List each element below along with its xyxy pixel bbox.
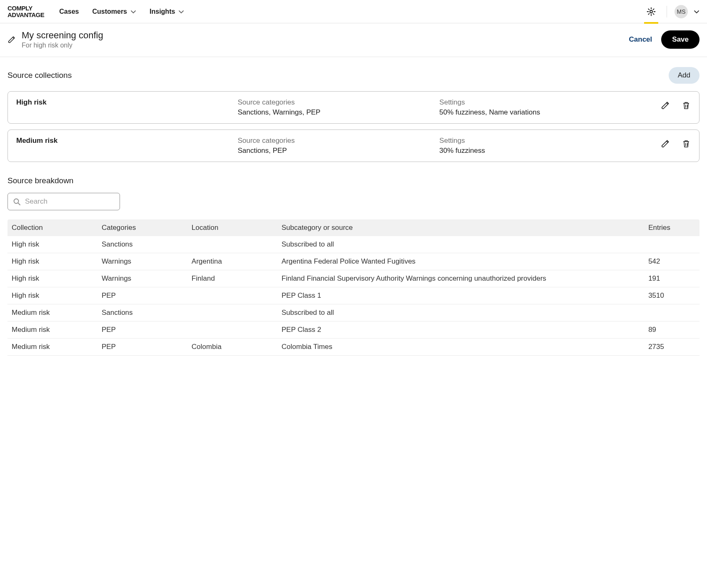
col-subcategory: Subcategory or source bbox=[277, 219, 644, 236]
col-location: Location bbox=[187, 219, 277, 236]
cell-categories: Sanctions bbox=[97, 236, 187, 253]
search-input[interactable] bbox=[25, 197, 115, 206]
cell-location bbox=[187, 321, 277, 339]
collections-header: Source collections Add bbox=[7, 67, 700, 84]
col-categories: Categories bbox=[97, 219, 187, 236]
collections-list: High risk Source categories Sanctions, W… bbox=[7, 91, 700, 162]
top-nav: COMPLY ADVANTAGE Cases Customers Insight… bbox=[0, 0, 707, 23]
nav-insights-label: Insights bbox=[150, 8, 175, 15]
edit-collection-button[interactable] bbox=[661, 139, 670, 148]
page-header: My screening config For high risk only C… bbox=[0, 23, 707, 57]
page-subtitle: For high risk only bbox=[22, 42, 629, 49]
delete-collection-button[interactable] bbox=[682, 139, 691, 148]
cell-entries: 191 bbox=[644, 270, 700, 287]
cell-location bbox=[187, 287, 277, 304]
table-body: High riskSanctionsSubscribed to allHigh … bbox=[7, 236, 700, 356]
nav-items: Cases Customers Insights bbox=[59, 8, 643, 15]
categories-value: Sanctions, Warnings, PEP bbox=[237, 108, 434, 117]
cell-collection: High risk bbox=[7, 270, 97, 287]
collection-card: High risk Source categories Sanctions, W… bbox=[7, 91, 700, 124]
cell-subcategory: Argentina Federal Police Wanted Fugitive… bbox=[277, 253, 644, 270]
cell-entries: 542 bbox=[644, 253, 700, 270]
categories-value: Sanctions, PEP bbox=[237, 147, 434, 155]
table-row: High riskSanctionsSubscribed to all bbox=[7, 236, 700, 253]
breakdown-table: Collection Categories Location Subcatego… bbox=[7, 219, 700, 356]
cell-location: Colombia bbox=[187, 339, 277, 356]
cell-collection: High risk bbox=[7, 287, 97, 304]
gear-icon bbox=[647, 7, 656, 16]
table-header-row: Collection Categories Location Subcatego… bbox=[7, 219, 700, 236]
cell-categories: Warnings bbox=[97, 253, 187, 270]
settings-value: 50% fuzziness, Name variations bbox=[440, 108, 656, 117]
col-collection: Collection bbox=[7, 219, 97, 236]
cell-collection: High risk bbox=[7, 253, 97, 270]
brand-logo: COMPLY ADVANTAGE bbox=[7, 5, 44, 18]
cell-entries: 3510 bbox=[644, 287, 700, 304]
cell-entries bbox=[644, 304, 700, 321]
cell-subcategory: PEP Class 2 bbox=[277, 321, 644, 339]
page-title-block: My screening config For high risk only bbox=[22, 30, 629, 49]
nav-customers[interactable]: Customers bbox=[92, 8, 136, 15]
cell-subcategory: PEP Class 1 bbox=[277, 287, 644, 304]
delete-collection-button[interactable] bbox=[682, 101, 691, 110]
avatar[interactable]: MS bbox=[675, 5, 688, 18]
cell-categories: PEP bbox=[97, 321, 187, 339]
nav-customers-label: Customers bbox=[92, 8, 127, 15]
page-title: My screening config bbox=[22, 30, 629, 41]
settings-value: 30% fuzziness bbox=[440, 147, 656, 155]
cell-location bbox=[187, 236, 277, 253]
cell-location: Finland bbox=[187, 270, 277, 287]
nav-cases[interactable]: Cases bbox=[59, 8, 79, 15]
cell-categories: Sanctions bbox=[97, 304, 187, 321]
categories-label: Source categories bbox=[237, 137, 434, 145]
nav-cases-label: Cases bbox=[59, 8, 79, 15]
avatar-initials: MS bbox=[677, 8, 686, 15]
chevron-down-icon bbox=[130, 9, 136, 14]
cell-entries: 89 bbox=[644, 321, 700, 339]
cell-categories: Warnings bbox=[97, 270, 187, 287]
user-menu-toggle[interactable] bbox=[694, 9, 700, 14]
nav-insights[interactable]: Insights bbox=[150, 8, 184, 15]
collections-title: Source collections bbox=[7, 71, 72, 80]
cell-subcategory: Finland Financial Supervisory Authority … bbox=[277, 270, 644, 287]
cell-subcategory: Colombia Times bbox=[277, 339, 644, 356]
nav-right: MS bbox=[643, 4, 700, 20]
settings-label: Settings bbox=[440, 98, 656, 107]
settings-button[interactable] bbox=[643, 4, 659, 20]
cell-entries: 2735 bbox=[644, 339, 700, 356]
breakdown-title: Source breakdown bbox=[7, 176, 700, 185]
collection-name: High risk bbox=[16, 98, 232, 107]
chevron-down-icon bbox=[178, 9, 184, 14]
collection-name: Medium risk bbox=[16, 137, 232, 145]
collection-card: Medium risk Source categories Sanctions,… bbox=[7, 130, 700, 162]
col-entries: Entries bbox=[644, 219, 700, 236]
active-indicator bbox=[644, 22, 658, 24]
table-row: Medium riskSanctionsSubscribed to all bbox=[7, 304, 700, 321]
edit-collection-button[interactable] bbox=[661, 101, 670, 110]
edit-title-button[interactable] bbox=[7, 35, 16, 44]
cancel-button[interactable]: Cancel bbox=[629, 35, 652, 44]
cell-categories: PEP bbox=[97, 339, 187, 356]
search-icon bbox=[13, 198, 21, 206]
table-row: High riskPEPPEP Class 13510 bbox=[7, 287, 700, 304]
cell-collection: High risk bbox=[7, 236, 97, 253]
table-row: High riskWarningsArgentinaArgentina Fede… bbox=[7, 253, 700, 270]
table-row: High riskWarningsFinlandFinland Financia… bbox=[7, 270, 700, 287]
cell-collection: Medium risk bbox=[7, 321, 97, 339]
add-collection-button[interactable]: Add bbox=[669, 67, 700, 84]
divider bbox=[667, 6, 667, 17]
cell-collection: Medium risk bbox=[7, 339, 97, 356]
cell-subcategory: Subscribed to all bbox=[277, 236, 644, 253]
header-actions: Cancel Save bbox=[629, 30, 700, 49]
cell-categories: PEP bbox=[97, 287, 187, 304]
cell-collection: Medium risk bbox=[7, 304, 97, 321]
save-button[interactable]: Save bbox=[661, 30, 700, 49]
table-row: Medium riskPEPColombiaColombia Times2735 bbox=[7, 339, 700, 356]
cell-location bbox=[187, 304, 277, 321]
cell-subcategory: Subscribed to all bbox=[277, 304, 644, 321]
settings-label: Settings bbox=[440, 137, 656, 145]
categories-label: Source categories bbox=[237, 98, 434, 107]
cell-entries bbox=[644, 236, 700, 253]
search-input-wrap[interactable] bbox=[7, 193, 120, 210]
table-row: Medium riskPEPPEP Class 289 bbox=[7, 321, 700, 339]
